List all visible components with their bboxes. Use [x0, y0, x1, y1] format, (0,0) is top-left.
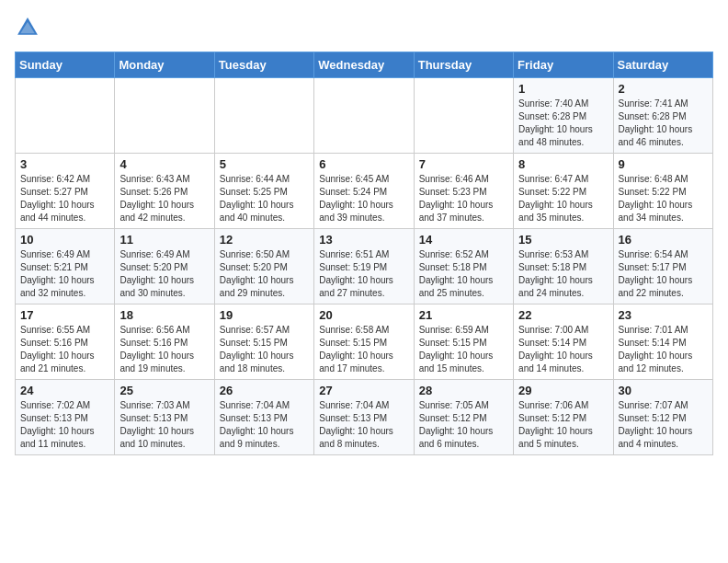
calendar-cell: 2Sunrise: 7:41 AM Sunset: 6:28 PM Daylig… [613, 78, 712, 154]
day-info: Sunrise: 6:45 AM Sunset: 5:24 PM Dayligh… [319, 173, 408, 224]
day-number: 18 [119, 308, 209, 322]
calendar-cell: 5Sunrise: 6:44 AM Sunset: 5:25 PM Daylig… [214, 154, 313, 229]
day-info: Sunrise: 6:59 AM Sunset: 5:15 PM Dayligh… [419, 324, 508, 375]
calendar-cell: 16Sunrise: 6:54 AM Sunset: 5:17 PM Dayli… [613, 229, 712, 304]
logo-icon [15, 15, 40, 40]
day-info: Sunrise: 7:07 AM Sunset: 5:12 PM Dayligh… [619, 399, 708, 451]
day-info: Sunrise: 6:50 AM Sunset: 5:20 PM Dayligh… [220, 248, 309, 300]
calendar-week-row: 17Sunrise: 6:55 AM Sunset: 5:16 PM Dayli… [16, 304, 713, 380]
day-info: Sunrise: 7:06 AM Sunset: 5:12 PM Dayligh… [518, 399, 608, 451]
day-number: 8 [518, 157, 608, 171]
calendar-cell: 13Sunrise: 6:51 AM Sunset: 5:19 PM Dayli… [314, 229, 414, 304]
calendar-cell: 20Sunrise: 6:58 AM Sunset: 5:15 PM Dayli… [314, 304, 414, 380]
day-number: 13 [319, 233, 408, 247]
day-number: 26 [220, 384, 309, 397]
day-info: Sunrise: 6:49 AM Sunset: 5:21 PM Dayligh… [20, 248, 109, 300]
day-of-week-header: Wednesday [314, 52, 414, 78]
calendar-cell: 22Sunrise: 7:00 AM Sunset: 5:14 PM Dayli… [514, 304, 613, 380]
day-info: Sunrise: 6:43 AM Sunset: 5:26 PM Dayligh… [119, 173, 209, 224]
day-number: 28 [419, 384, 508, 397]
day-number: 23 [619, 308, 708, 322]
day-info: Sunrise: 6:57 AM Sunset: 5:15 PM Dayligh… [220, 324, 309, 375]
day-of-week-header: Monday [115, 52, 214, 78]
day-info: Sunrise: 6:44 AM Sunset: 5:25 PM Dayligh… [220, 173, 309, 224]
day-info: Sunrise: 6:46 AM Sunset: 5:23 PM Dayligh… [419, 173, 508, 224]
day-info: Sunrise: 6:42 AM Sunset: 5:27 PM Dayligh… [20, 173, 109, 224]
calendar-cell: 24Sunrise: 7:02 AM Sunset: 5:13 PM Dayli… [16, 380, 115, 455]
day-of-week-header: Tuesday [214, 52, 313, 78]
day-number: 25 [119, 384, 209, 397]
day-info: Sunrise: 6:49 AM Sunset: 5:20 PM Dayligh… [119, 248, 209, 300]
calendar-cell: 21Sunrise: 6:59 AM Sunset: 5:15 PM Dayli… [414, 304, 513, 380]
calendar-cell: 10Sunrise: 6:49 AM Sunset: 5:21 PM Dayli… [16, 229, 115, 304]
calendar-cell [214, 78, 313, 154]
calendar-cell [115, 78, 214, 154]
page-header [15, 15, 713, 40]
calendar-cell: 29Sunrise: 7:06 AM Sunset: 5:12 PM Dayli… [514, 380, 613, 455]
day-number: 3 [20, 157, 109, 171]
calendar-cell: 30Sunrise: 7:07 AM Sunset: 5:12 PM Dayli… [613, 380, 712, 455]
day-info: Sunrise: 6:51 AM Sunset: 5:19 PM Dayligh… [319, 248, 408, 300]
day-number: 5 [220, 157, 309, 171]
day-info: Sunrise: 6:55 AM Sunset: 5:16 PM Dayligh… [20, 324, 109, 375]
day-number: 12 [220, 233, 309, 247]
calendar-cell: 26Sunrise: 7:04 AM Sunset: 5:13 PM Dayli… [214, 380, 313, 455]
calendar-cell [16, 78, 115, 154]
calendar-week-row: 10Sunrise: 6:49 AM Sunset: 5:21 PM Dayli… [16, 229, 713, 304]
day-info: Sunrise: 6:58 AM Sunset: 5:15 PM Dayligh… [319, 324, 408, 375]
day-info: Sunrise: 6:53 AM Sunset: 5:18 PM Dayligh… [518, 248, 608, 300]
calendar-cell: 3Sunrise: 6:42 AM Sunset: 5:27 PM Daylig… [16, 154, 115, 229]
day-info: Sunrise: 7:04 AM Sunset: 5:13 PM Dayligh… [220, 399, 309, 451]
calendar-cell [314, 78, 414, 154]
day-number: 17 [20, 308, 109, 322]
day-info: Sunrise: 6:47 AM Sunset: 5:22 PM Dayligh… [518, 173, 608, 224]
day-info: Sunrise: 6:54 AM Sunset: 5:17 PM Dayligh… [619, 248, 708, 300]
calendar-cell: 15Sunrise: 6:53 AM Sunset: 5:18 PM Dayli… [514, 229, 613, 304]
logo [15, 15, 42, 40]
day-number: 30 [619, 384, 708, 397]
calendar-table: SundayMondayTuesdayWednesdayThursdayFrid… [15, 52, 713, 455]
day-info: Sunrise: 7:41 AM Sunset: 6:28 PM Dayligh… [619, 98, 708, 149]
day-number: 10 [20, 233, 109, 247]
day-number: 14 [419, 233, 508, 247]
calendar-cell: 1Sunrise: 7:40 AM Sunset: 6:28 PM Daylig… [514, 78, 613, 154]
day-number: 11 [119, 233, 209, 247]
day-info: Sunrise: 7:01 AM Sunset: 5:14 PM Dayligh… [619, 324, 708, 375]
calendar-cell: 6Sunrise: 6:45 AM Sunset: 5:24 PM Daylig… [314, 154, 414, 229]
day-number: 6 [319, 157, 408, 171]
calendar-cell: 23Sunrise: 7:01 AM Sunset: 5:14 PM Dayli… [613, 304, 712, 380]
calendar-cell: 17Sunrise: 6:55 AM Sunset: 5:16 PM Dayli… [16, 304, 115, 380]
calendar-cell: 12Sunrise: 6:50 AM Sunset: 5:20 PM Dayli… [214, 229, 313, 304]
day-info: Sunrise: 6:56 AM Sunset: 5:16 PM Dayligh… [119, 324, 209, 375]
day-number: 9 [619, 157, 708, 171]
day-info: Sunrise: 7:05 AM Sunset: 5:12 PM Dayligh… [419, 399, 508, 451]
calendar-week-row: 1Sunrise: 7:40 AM Sunset: 6:28 PM Daylig… [16, 78, 713, 154]
day-info: Sunrise: 7:03 AM Sunset: 5:13 PM Dayligh… [119, 399, 209, 451]
calendar-cell: 8Sunrise: 6:47 AM Sunset: 5:22 PM Daylig… [514, 154, 613, 229]
day-number: 24 [20, 384, 109, 397]
calendar-cell: 27Sunrise: 7:04 AM Sunset: 5:13 PM Dayli… [314, 380, 414, 455]
day-number: 4 [119, 157, 209, 171]
calendar-cell: 11Sunrise: 6:49 AM Sunset: 5:20 PM Dayli… [115, 229, 214, 304]
calendar-cell: 14Sunrise: 6:52 AM Sunset: 5:18 PM Dayli… [414, 229, 513, 304]
day-number: 19 [220, 308, 309, 322]
day-number: 16 [619, 233, 708, 247]
day-of-week-header: Sunday [16, 52, 115, 78]
calendar-week-row: 24Sunrise: 7:02 AM Sunset: 5:13 PM Dayli… [16, 380, 713, 455]
calendar-cell: 25Sunrise: 7:03 AM Sunset: 5:13 PM Dayli… [115, 380, 214, 455]
calendar-header-row: SundayMondayTuesdayWednesdayThursdayFrid… [16, 52, 713, 78]
day-number: 15 [518, 233, 608, 247]
calendar-cell [414, 78, 513, 154]
day-info: Sunrise: 6:48 AM Sunset: 5:22 PM Dayligh… [619, 173, 708, 224]
calendar-cell: 9Sunrise: 6:48 AM Sunset: 5:22 PM Daylig… [613, 154, 712, 229]
calendar-cell: 7Sunrise: 6:46 AM Sunset: 5:23 PM Daylig… [414, 154, 513, 229]
day-info: Sunrise: 7:00 AM Sunset: 5:14 PM Dayligh… [518, 324, 608, 375]
day-number: 2 [619, 82, 708, 96]
day-of-week-header: Friday [514, 52, 613, 78]
day-of-week-header: Thursday [414, 52, 513, 78]
day-number: 7 [419, 157, 508, 171]
calendar-week-row: 3Sunrise: 6:42 AM Sunset: 5:27 PM Daylig… [16, 154, 713, 229]
day-number: 1 [518, 82, 608, 96]
calendar-cell: 28Sunrise: 7:05 AM Sunset: 5:12 PM Dayli… [414, 380, 513, 455]
day-info: Sunrise: 6:52 AM Sunset: 5:18 PM Dayligh… [419, 248, 508, 300]
